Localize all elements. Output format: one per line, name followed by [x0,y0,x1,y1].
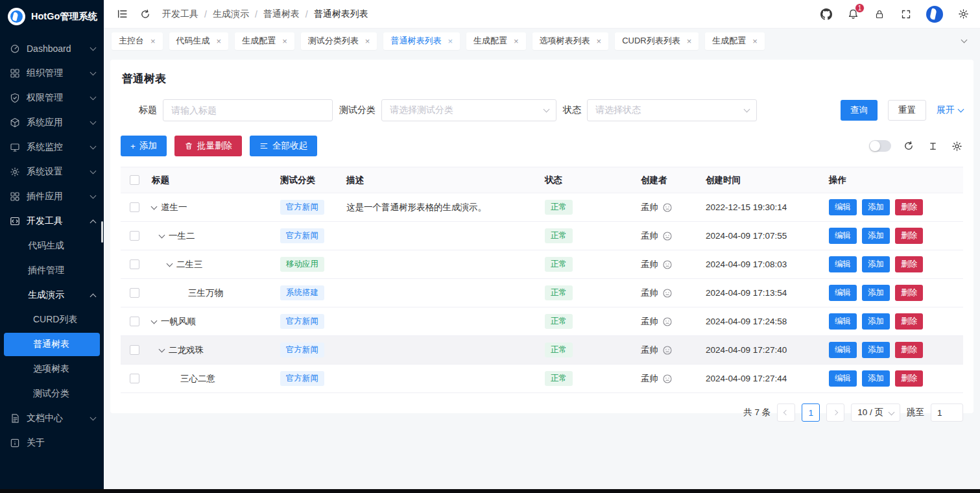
row-density-button[interactable] [926,139,939,152]
sidebar-item-plugin-management[interactable]: 插件管理 [0,258,104,283]
sidebar-item-system-app[interactable]: 系统应用 [0,110,104,135]
row-checkbox[interactable] [130,317,139,326]
page-size-select[interactable]: 10 / 页 [851,403,900,422]
close-icon[interactable]: × [217,37,222,45]
tab-generate-config-3[interactable]: 生成配置× [705,32,765,50]
sidebar-scrollbar[interactable] [101,221,103,243]
next-page-button[interactable] [826,403,844,422]
edit-button[interactable]: 编辑 [829,256,857,272]
edit-button[interactable]: 编辑 [829,313,857,330]
sidebar-item-doc-center[interactable]: 文档中心 [0,406,104,431]
sidebar-item-plugin-app[interactable]: 插件应用 [0,184,104,209]
add-child-button[interactable]: 添加 [862,342,890,358]
delete-button[interactable]: 删除 [895,285,923,301]
sidebar-item-system-monitor[interactable]: 系统监控 [0,135,104,160]
close-icon[interactable]: × [150,37,156,45]
page-reload-button[interactable] [139,8,152,21]
add-child-button[interactable]: 添加 [862,228,890,244]
close-icon[interactable]: × [752,37,758,45]
striped-toggle[interactable] [869,140,891,152]
collapse-row-icon[interactable] [167,260,173,267]
row-checkbox[interactable] [130,231,139,241]
breadcrumb-item[interactable]: 普通树表 [263,8,300,20]
delete-button[interactable]: 删除 [895,199,923,215]
tab-console[interactable]: 主控台× [112,32,163,50]
edit-button[interactable]: 编辑 [829,285,857,301]
notification-button[interactable]: 1 [846,8,859,21]
delete-button[interactable]: 删除 [895,342,923,358]
add-child-button[interactable]: 添加 [862,199,890,215]
edit-button[interactable]: 编辑 [829,370,857,387]
tabs-dropdown-button[interactable] [955,40,972,42]
sidebar-item-system-settings[interactable]: 系统设置 [0,160,104,184]
collapse-row-icon[interactable] [151,317,158,324]
tab-generate-config-2[interactable]: 生成配置× [466,32,526,50]
user-avatar[interactable] [926,6,943,23]
sidebar-collapse-button[interactable] [115,8,128,21]
collapse-all-button[interactable]: 全部收起 [250,136,317,156]
sidebar-item-test-category[interactable]: 测试分类 [0,381,104,406]
edit-button[interactable]: 编辑 [829,199,857,215]
page-number-button[interactable]: 1 [802,403,820,422]
github-button[interactable] [820,8,833,21]
sidebar-item-organization[interactable]: 组织管理 [0,61,104,86]
app-logo[interactable]: HotGo管理系统 [0,0,104,32]
collapse-row-icon[interactable] [159,346,165,352]
category-filter-select[interactable]: 请选择测试分类 [381,99,556,121]
delete-button[interactable]: 删除 [895,228,923,244]
column-settings-button[interactable] [950,139,963,152]
jump-page-input[interactable] [931,403,963,422]
sidebar-item-dashboard[interactable]: Dashboard [0,36,104,61]
sidebar-item-dev-tools[interactable]: 开发工具 [0,209,104,234]
collapse-row-icon[interactable] [159,232,165,238]
collapse-row-icon[interactable] [151,203,158,210]
edit-button[interactable]: 编辑 [829,228,857,244]
sidebar-item-code-generation[interactable]: 代码生成 [0,234,104,258]
sidebar-item-permission[interactable]: 权限管理 [0,86,104,110]
expand-filters-link[interactable]: 展开 [937,104,963,116]
row-checkbox[interactable] [130,288,139,298]
add-child-button[interactable]: 添加 [862,285,890,301]
tab-code-generation[interactable]: 代码生成× [169,32,229,50]
tab-option-tree-list[interactable]: 选项树表列表× [532,32,609,50]
lock-screen-button[interactable] [873,8,886,21]
close-icon[interactable]: × [597,37,602,45]
close-icon[interactable]: × [514,37,519,45]
edit-button[interactable]: 编辑 [829,342,857,358]
table-reload-button[interactable] [902,139,915,152]
row-checkbox[interactable] [130,259,139,269]
tab-normal-tree-list[interactable]: 普通树表列表× [383,32,460,50]
close-icon[interactable]: × [448,37,453,45]
close-icon[interactable]: × [282,37,287,45]
breadcrumb-item[interactable]: 生成演示 [213,8,249,20]
search-button[interactable]: 查询 [841,100,878,121]
delete-button[interactable]: 删除 [895,313,923,330]
sidebar-item-generation-demo[interactable]: 生成演示 [0,283,104,307]
row-checkbox[interactable] [130,345,139,355]
delete-button[interactable]: 删除 [895,256,923,272]
layout-settings-button[interactable] [957,8,970,21]
sidebar-item-about[interactable]: 关于 [0,431,104,455]
status-filter-select[interactable]: 请选择状态 [587,99,757,121]
breadcrumb-item[interactable]: 开发工具 [162,8,198,20]
add-child-button[interactable]: 添加 [862,256,890,272]
close-icon[interactable]: × [365,37,370,45]
row-checkbox[interactable] [130,374,139,383]
add-child-button[interactable]: 添加 [862,313,890,330]
add-child-button[interactable]: 添加 [862,370,890,387]
sidebar-item-option-tree-table[interactable]: 选项树表 [0,357,104,381]
title-filter-input[interactable] [163,99,333,121]
delete-button[interactable]: 删除 [895,370,923,387]
sidebar-item-normal-tree-table[interactable]: 普通树表 [4,333,100,356]
select-all-checkbox[interactable] [130,175,139,185]
fullscreen-button[interactable] [900,8,913,21]
row-checkbox[interactable] [130,202,139,212]
batch-delete-button[interactable]: 批量删除 [174,136,242,156]
add-button[interactable]: + 添加 [121,136,167,156]
sidebar-item-curd-list[interactable]: CURD列表 [0,307,104,332]
prev-page-button[interactable] [777,403,795,422]
tab-test-category-list[interactable]: 测试分类列表× [301,32,377,50]
tab-generate-config-1[interactable]: 生成配置× [235,32,294,50]
close-icon[interactable]: × [687,37,692,45]
reset-button[interactable]: 重置 [888,100,926,121]
